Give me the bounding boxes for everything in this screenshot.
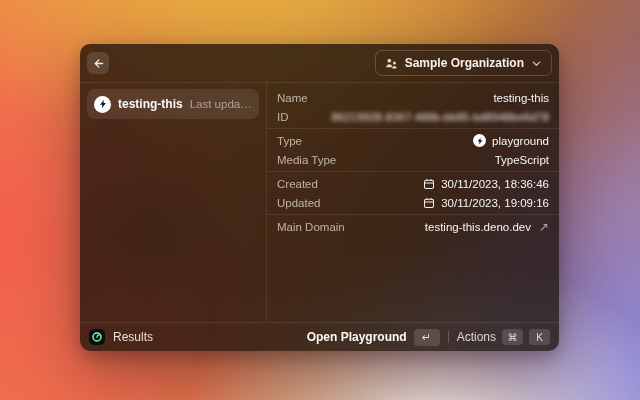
modal-body: testing-this Last update: 2 mo… Name tes… [80, 83, 559, 322]
field-label: ID [277, 111, 289, 123]
detail-row-id: ID 86219928-8367-488b-bb85-bd8948be6d78 [267, 107, 559, 126]
external-link-arrow-icon: ↗ [539, 220, 549, 234]
field-value: 30/11/2023, 18:36:46 [423, 178, 549, 190]
field-label: Media Type [277, 154, 336, 166]
k-key-icon: K [529, 329, 550, 345]
organization-name: Sample Organization [405, 56, 524, 70]
sidebar-item-testing-this[interactable]: testing-this Last update: 2 mo… [87, 89, 259, 119]
project-last-update: Last update: 2 mo… [190, 98, 252, 110]
detail-row-created: Created 30/11/2023, 18:36:46 [267, 174, 559, 193]
enter-key-icon: ↵ [414, 329, 440, 346]
results-label: Results [113, 330, 153, 344]
detail-row-name: Name testing-this [267, 88, 559, 107]
chevron-down-icon [531, 58, 542, 69]
calendar-icon [423, 178, 435, 190]
main-domain-link[interactable]: testing-this.deno.dev ↗ [425, 220, 549, 234]
detail-row-media-type: Media Type TypeScript [267, 150, 559, 169]
lightning-icon [94, 96, 111, 113]
detail-row-type: Type playground [267, 131, 559, 150]
back-button[interactable] [87, 52, 109, 74]
field-label: Created [277, 178, 318, 190]
field-value: TypeScript [495, 154, 549, 166]
project-title: testing-this [118, 97, 183, 111]
open-playground-button[interactable]: Open Playground ↵ [307, 329, 440, 346]
modal-header: Sample Organization [80, 44, 559, 83]
field-label: Type [277, 135, 302, 147]
field-value: testing-this [493, 92, 549, 104]
organization-switcher[interactable]: Sample Organization [375, 50, 552, 76]
deno-logo-icon [89, 329, 105, 345]
organization-people-icon [385, 57, 398, 70]
back-arrow-icon [92, 57, 105, 70]
details-group-domain: Main Domain testing-this.deno.dev ↗ [267, 215, 559, 238]
field-value: 30/11/2023, 19:09:16 [423, 197, 549, 209]
details-group-identity: Name testing-this ID 86219928-8367-488b-… [267, 86, 559, 129]
detail-row-main-domain: Main Domain testing-this.deno.dev ↗ [267, 217, 559, 236]
calendar-icon [423, 197, 435, 209]
details-panel: Name testing-this ID 86219928-8367-488b-… [267, 83, 559, 322]
results-sidebar: testing-this Last update: 2 mo… [80, 83, 267, 322]
field-label: Name [277, 92, 308, 104]
footer-divider [448, 331, 449, 343]
details-group-type: Type playground Media Type TypeScript [267, 129, 559, 172]
detail-row-updated: Updated 30/11/2023, 19:09:16 [267, 193, 559, 212]
command-key-icon: ⌘ [502, 329, 523, 345]
field-label: Updated [277, 197, 320, 209]
modal-footer: Results Open Playground ↵ Actions ⌘ K [80, 322, 559, 351]
actions-button[interactable]: Actions ⌘ K [457, 329, 550, 345]
field-value-redacted: 86219928-8367-488b-bb85-bd8948be6d78 [331, 111, 549, 123]
details-group-dates: Created 30/11/2023, 18:36:46 Updated [267, 172, 559, 215]
field-label: Main Domain [277, 221, 345, 233]
field-value: playground [473, 134, 549, 147]
lightning-circle-icon [473, 134, 486, 147]
project-details-modal: Sample Organization testing-this Last up… [80, 44, 559, 351]
